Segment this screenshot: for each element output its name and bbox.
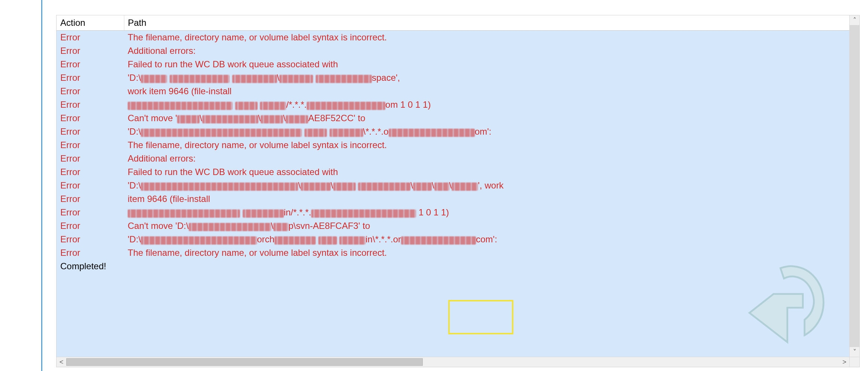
column-header-action[interactable]: Action <box>57 15 124 31</box>
table-row[interactable]: Error The filename, directory name, or v… <box>57 138 849 152</box>
action-error: Error <box>57 125 124 138</box>
log-table: Action Path Error The filename, director… <box>57 15 849 273</box>
redacted-segment <box>261 115 283 123</box>
redacted-segment <box>279 75 313 83</box>
path-cell: The filename, directory name, or volume … <box>124 246 849 260</box>
user-highlight-box <box>448 300 513 334</box>
redacted-segment <box>333 183 356 191</box>
table-row[interactable]: ErrorFailed to run the WC DB work queue … <box>57 58 849 71</box>
redacted-segment <box>330 129 363 137</box>
action-error: Error <box>57 138 124 152</box>
action-error: Error <box>57 165 124 179</box>
table-row[interactable]: ErrorFailed to run the WC DB work queue … <box>57 165 849 179</box>
redacted-segment <box>141 183 298 191</box>
table-row[interactable]: Error work item 9646 (file-install <box>57 85 849 98</box>
window-left-accent <box>41 0 42 371</box>
redacted-segment <box>170 75 230 83</box>
table-row[interactable]: Error 'D:\\\ \\\', work <box>57 179 849 192</box>
table-row[interactable]: Error Can't move 'D:\\p\svn-AE8FCAF3' to <box>57 219 849 233</box>
horizontal-scrollbar[interactable]: < > <box>57 357 859 367</box>
table-row[interactable]: Error /*.*.*.om 1 0 1 1) <box>57 98 849 111</box>
scroll-right-icon[interactable]: > <box>840 357 849 367</box>
path-cell: Additional errors: <box>124 44 849 58</box>
path-cell: The filename, directory name, or volume … <box>124 138 849 152</box>
scroll-down-icon[interactable]: ˅ <box>850 347 859 357</box>
action-error: Error <box>57 71 124 85</box>
action-completed: Completed! <box>57 260 124 273</box>
action-error: Error <box>57 152 124 165</box>
redacted-segment <box>311 209 416 218</box>
log-grid[interactable]: Action Path Error The filename, director… <box>57 15 849 357</box>
path-cell: work item 9646 (file-install <box>124 85 849 98</box>
action-error: Error <box>57 44 124 58</box>
column-header-path[interactable]: Path <box>124 15 849 31</box>
redacted-segment <box>389 129 475 137</box>
path-cell: Can't move 'D:\\p\svn-AE8FCAF3' to <box>124 219 849 233</box>
redacted-segment <box>260 102 286 110</box>
redacted-segment <box>232 75 277 83</box>
log-panel: Action Path Error The filename, director… <box>56 15 860 367</box>
table-row[interactable]: Error The filename, directory name, or v… <box>57 31 849 45</box>
table-row[interactable]: Completed! <box>57 260 849 273</box>
table-row[interactable]: Error item 9646 (file-install <box>57 192 849 206</box>
redacted-segment <box>413 183 432 191</box>
path-cell <box>124 260 849 273</box>
table-row[interactable]: Error The filename, directory name, or v… <box>57 246 849 260</box>
redacted-segment <box>316 75 372 83</box>
action-error: Error <box>57 111 124 125</box>
path-cell: 'D:\ \*.*.*.oom': <box>124 125 849 138</box>
table-row[interactable]: Error 'D:\ \ space', <box>57 71 849 85</box>
action-error: Error <box>57 85 124 98</box>
redacted-segment <box>286 115 308 123</box>
redacted-segment <box>434 183 449 191</box>
redacted-segment <box>141 129 302 137</box>
path-cell: in/*.*.*. 1 0 1 1) <box>124 206 849 219</box>
redacted-segment <box>318 236 337 245</box>
redacted-segment <box>235 102 258 110</box>
table-row[interactable]: Error in/*.*.*. 1 0 1 1) <box>57 206 849 219</box>
redacted-segment <box>401 236 476 245</box>
redacted-segment <box>141 75 167 83</box>
path-cell: The filename, directory name, or volume … <box>124 31 849 45</box>
action-error: Error <box>57 179 124 192</box>
action-error: Error <box>57 98 124 111</box>
path-cell: 'D:\ \ space', <box>124 71 849 85</box>
scrollbar-corner <box>849 357 859 367</box>
path-cell: Additional errors: <box>124 152 849 165</box>
redacted-segment <box>274 236 316 245</box>
table-row[interactable]: ErrorAdditional errors: <box>57 44 849 58</box>
redacted-segment <box>304 129 327 137</box>
redacted-segment <box>358 183 410 191</box>
redacted-segment <box>128 102 233 110</box>
horizontal-scroll-thumb[interactable] <box>66 358 423 366</box>
scroll-left-icon[interactable]: < <box>57 357 66 367</box>
redacted-segment <box>273 223 288 231</box>
path-cell: 'D:\\\ \\\', work <box>124 179 849 192</box>
table-row[interactable]: Error 'D:\orch in\*.*.*.orcom': <box>57 233 849 246</box>
table-row[interactable]: ErrorAdditional errors: <box>57 152 849 165</box>
redacted-segment <box>128 209 240 218</box>
vertical-scroll-track[interactable] <box>850 25 859 347</box>
redacted-segment <box>189 223 271 231</box>
path-cell: /*.*.*.om 1 0 1 1) <box>124 98 849 111</box>
vertical-scrollbar[interactable]: ˄ ˅ <box>849 15 859 357</box>
redacted-segment <box>339 236 365 245</box>
action-error: Error <box>57 246 124 260</box>
redacted-segment <box>243 209 284 218</box>
table-row[interactable]: Error 'D:\ \*.*.*.oom': <box>57 125 849 138</box>
path-cell: Can't move '\\\AE8F52CC' to <box>124 111 849 125</box>
horizontal-scroll-track[interactable] <box>66 357 840 367</box>
path-cell: 'D:\orch in\*.*.*.orcom': <box>124 233 849 246</box>
redacted-segment <box>202 115 258 123</box>
action-error: Error <box>57 233 124 246</box>
action-error: Error <box>57 192 124 206</box>
redacted-segment <box>301 183 331 191</box>
redacted-segment <box>452 183 478 191</box>
redacted-segment <box>307 102 385 110</box>
table-row[interactable]: Error Can't move '\\\AE8F52CC' to <box>57 111 849 125</box>
action-error: Error <box>57 219 124 233</box>
path-cell: item 9646 (file-install <box>124 192 849 206</box>
action-error: Error <box>57 58 124 71</box>
path-cell: Failed to run the WC DB work queue assoc… <box>124 58 849 71</box>
scroll-up-icon[interactable]: ˄ <box>850 15 859 25</box>
